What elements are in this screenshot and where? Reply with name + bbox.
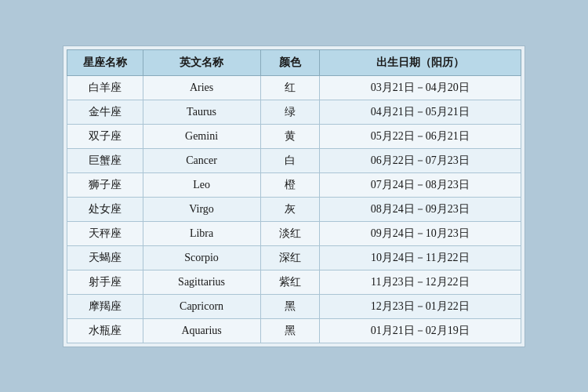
cell-date: 05月22日－06月21日: [319, 124, 521, 148]
cell-color: 黄: [260, 124, 319, 148]
cell-english: Libra: [143, 221, 260, 245]
cell-chinese: 狮子座: [67, 172, 143, 197]
zodiac-table-container: 星座名称 英文名称 颜色 出生日期（阳历） 白羊座Aries红03月21日－04…: [63, 45, 525, 347]
cell-date: 08月24日－09月23日: [319, 197, 521, 221]
table-row: 天秤座Libra淡红09月24日－10月23日: [67, 221, 521, 245]
table-row: 狮子座Leo橙07月24日－08月23日: [67, 172, 521, 197]
cell-chinese: 巨蟹座: [67, 148, 143, 172]
cell-chinese: 天秤座: [67, 221, 143, 245]
cell-color: 紫红: [260, 270, 319, 294]
cell-date: 09月24日－10月23日: [319, 221, 521, 245]
cell-chinese: 白羊座: [67, 75, 143, 100]
header-chinese: 星座名称: [67, 49, 143, 75]
table-row: 射手座Sagittarius紫红11月23日－12月22日: [67, 270, 521, 294]
table-row: 白羊座Aries红03月21日－04月20日: [67, 75, 521, 100]
cell-chinese: 水瓶座: [67, 318, 143, 343]
cell-chinese: 射手座: [67, 270, 143, 294]
cell-date: 10月24日－11月22日: [319, 245, 521, 270]
cell-english: Taurus: [143, 100, 260, 124]
cell-english: Gemini: [143, 124, 260, 148]
header-english: 英文名称: [143, 49, 260, 75]
table-row: 金牛座Taurus绿04月21日－05月21日: [67, 100, 521, 124]
cell-chinese: 处女座: [67, 197, 143, 221]
cell-date: 11月23日－12月22日: [319, 270, 521, 294]
header-color: 颜色: [260, 49, 319, 75]
cell-english: Leo: [143, 172, 260, 197]
cell-english: Scorpio: [143, 245, 260, 270]
table-row: 巨蟹座Cancer白06月22日－07月23日: [67, 148, 521, 172]
table-row: 处女座Virgo灰08月24日－09月23日: [67, 197, 521, 221]
cell-chinese: 天蝎座: [67, 245, 143, 270]
cell-date: 07月24日－08月23日: [319, 172, 521, 197]
cell-english: Capricorn: [143, 294, 260, 318]
cell-color: 深红: [260, 245, 319, 270]
cell-english: Sagittarius: [143, 270, 260, 294]
cell-color: 绿: [260, 100, 319, 124]
cell-color: 黑: [260, 294, 319, 318]
table-row: 水瓶座Aquarius黑01月21日－02月19日: [67, 318, 521, 343]
header-date: 出生日期（阳历）: [319, 49, 521, 75]
table-row: 摩羯座Capricorn黑12月23日－01月22日: [67, 294, 521, 318]
cell-date: 04月21日－05月21日: [319, 100, 521, 124]
cell-date: 01月21日－02月19日: [319, 318, 521, 343]
table-row: 天蝎座Scorpio深红10月24日－11月22日: [67, 245, 521, 270]
cell-color: 橙: [260, 172, 319, 197]
cell-color: 淡红: [260, 221, 319, 245]
cell-color: 白: [260, 148, 319, 172]
cell-date: 03月21日－04月20日: [319, 75, 521, 100]
cell-color: 黑: [260, 318, 319, 343]
cell-color: 红: [260, 75, 319, 100]
table-row: 双子座Gemini黄05月22日－06月21日: [67, 124, 521, 148]
cell-color: 灰: [260, 197, 319, 221]
cell-english: Virgo: [143, 197, 260, 221]
zodiac-table: 星座名称 英文名称 颜色 出生日期（阳历） 白羊座Aries红03月21日－04…: [67, 49, 521, 343]
cell-chinese: 金牛座: [67, 100, 143, 124]
cell-english: Aquarius: [143, 318, 260, 343]
cell-chinese: 摩羯座: [67, 294, 143, 318]
cell-chinese: 双子座: [67, 124, 143, 148]
cell-english: Cancer: [143, 148, 260, 172]
cell-date: 12月23日－01月22日: [319, 294, 521, 318]
cell-english: Aries: [143, 75, 260, 100]
cell-date: 06月22日－07月23日: [319, 148, 521, 172]
table-header-row: 星座名称 英文名称 颜色 出生日期（阳历）: [67, 49, 521, 75]
